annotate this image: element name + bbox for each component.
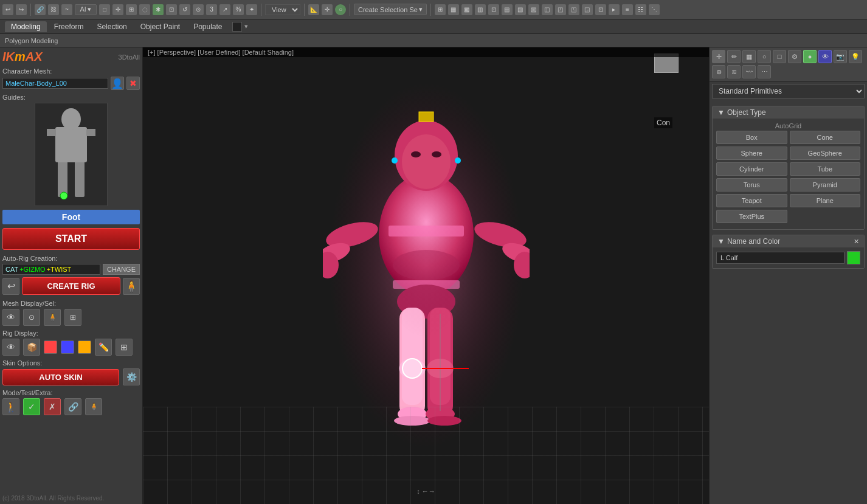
- scale-icon[interactable]: ⊙: [193, 4, 204, 15]
- skin-settings-icon[interactable]: ⚙️: [123, 368, 140, 385]
- prim-geosphere-btn[interactable]: GeoSphere: [790, 147, 861, 160]
- link-icon[interactable]: 🔗: [35, 4, 46, 15]
- tab-modeling[interactable]: Modeling: [5, 21, 47, 32]
- tab-freeform[interactable]: Freeform: [48, 21, 90, 32]
- rp-cursor-icon[interactable]: ✏: [727, 50, 741, 63]
- tb-icon-14[interactable]: ▸: [609, 4, 620, 15]
- tb-icon-9[interactable]: ◫: [542, 4, 553, 15]
- prim-box-btn[interactable]: Box: [716, 131, 787, 144]
- sel-filter[interactable]: □: [99, 4, 110, 15]
- prim-cone-btn[interactable]: Cone: [790, 131, 861, 144]
- num3-icon[interactable]: 3: [206, 4, 217, 15]
- ai-dropdown[interactable]: Al ▾: [75, 4, 97, 15]
- rp-helper-icon[interactable]: ⊕: [712, 65, 725, 78]
- rp-cam-icon[interactable]: 📷: [834, 50, 847, 63]
- tb-icon-10[interactable]: ◰: [555, 4, 566, 15]
- prim-textplus-btn[interactable]: TextPlus: [716, 210, 787, 223]
- char-mesh-add-btn[interactable]: 👤: [111, 77, 124, 90]
- prim-sphere-btn[interactable]: Sphere: [716, 147, 787, 160]
- change-button[interactable]: CHANGE: [103, 264, 140, 275]
- name-color-close-btn[interactable]: ✕: [854, 238, 859, 246]
- color-swatch[interactable]: [847, 251, 860, 264]
- create-selection-btn[interactable]: Create Selection Se ▾: [354, 4, 427, 15]
- bind-icon[interactable]: ~: [61, 4, 72, 15]
- view-dropdown[interactable]: View: [265, 4, 300, 15]
- snap-icon[interactable]: 📐: [308, 4, 319, 15]
- tb-icon-6[interactable]: ▤: [502, 4, 513, 15]
- rig-undo-btn[interactable]: ↩: [2, 278, 19, 295]
- active-icon[interactable]: ○: [335, 4, 346, 15]
- object-type-header[interactable]: ▼ Object Type: [713, 106, 864, 119]
- rp-grid-icon[interactable]: ▦: [742, 50, 756, 63]
- mesh-person-icon[interactable]: 🧍: [44, 309, 61, 326]
- move-icon[interactable]: ✛: [112, 4, 123, 15]
- start-button[interactable]: START: [2, 228, 140, 250]
- rp-add-icon[interactable]: ✛: [712, 50, 725, 63]
- tab-selection[interactable]: Selection: [91, 21, 133, 32]
- rp-circle-active-icon[interactable]: ●: [803, 50, 817, 63]
- mode-check-icon[interactable]: ✓: [23, 398, 40, 415]
- tb-icon-1[interactable]: ⊞: [435, 4, 446, 15]
- rp-dots-icon[interactable]: ⋯: [758, 65, 771, 78]
- rp-eye-icon[interactable]: 👁: [818, 50, 832, 63]
- rig-eye-icon[interactable]: 👁: [2, 339, 19, 356]
- rig-color-yellow[interactable]: [78, 340, 91, 354]
- prim-teapot-btn[interactable]: Teapot: [716, 194, 787, 207]
- name-color-header[interactable]: ▼ Name and Color ✕: [713, 235, 864, 247]
- rp-space-icon[interactable]: ≋: [727, 65, 741, 78]
- prim-tube-btn[interactable]: Tube: [790, 162, 861, 176]
- mesh-select-icon[interactable]: ⊙: [23, 309, 40, 326]
- create-rig-button[interactable]: CREATE RIG: [22, 277, 120, 295]
- char-mesh-remove-btn[interactable]: ✖: [126, 77, 140, 90]
- tb-icon-13[interactable]: ⊡: [595, 4, 606, 15]
- rig-paint-icon[interactable]: ✏️: [95, 339, 112, 356]
- tb-icon-2[interactable]: ▦: [448, 4, 459, 15]
- lasso-icon[interactable]: ◌: [139, 4, 150, 15]
- rig-color-blue[interactable]: [61, 340, 74, 354]
- rig-figure-btn[interactable]: 🧍: [123, 278, 140, 295]
- tb-icon-11[interactable]: ◳: [568, 4, 579, 15]
- tab-populate[interactable]: Populate: [187, 21, 228, 32]
- rig-color-red[interactable]: [44, 340, 57, 354]
- mode-link-icon[interactable]: 🔗: [64, 398, 81, 415]
- rp-wave-icon[interactable]: 〰: [742, 65, 756, 78]
- rig-multi2-icon[interactable]: ⊞: [116, 339, 133, 356]
- mesh-multi-icon[interactable]: ⊞: [64, 309, 81, 326]
- tb-icon-17[interactable]: ⋱: [649, 4, 660, 15]
- tb-icon-15[interactable]: ≡: [622, 4, 633, 15]
- paint-select[interactable]: ✱: [153, 4, 164, 15]
- rp-sphere-icon[interactable]: ○: [758, 50, 771, 63]
- tb-icon-5[interactable]: ⊡: [488, 4, 499, 15]
- prim-cylinder-btn[interactable]: Cylinder: [716, 162, 787, 176]
- tb-icon-16[interactable]: ☷: [635, 4, 646, 15]
- auto-skin-button[interactable]: AUTO SKIN: [2, 369, 119, 385]
- rig-box-icon[interactable]: 📦: [23, 339, 40, 356]
- prim-plane-btn[interactable]: Plane: [790, 194, 861, 207]
- percent-icon[interactable]: %: [233, 4, 244, 15]
- rotate-icon[interactable]: ↺: [179, 4, 190, 15]
- mirror-icon[interactable]: ⊡: [166, 4, 177, 15]
- plus-icon[interactable]: ✛: [322, 4, 333, 15]
- tb-icon-12[interactable]: ◲: [582, 4, 593, 15]
- mode-x-icon[interactable]: ✗: [44, 398, 61, 415]
- rp-box-icon[interactable]: □: [773, 50, 786, 63]
- mesh-eye-icon[interactable]: 👁: [2, 309, 19, 326]
- tb-icon-8[interactable]: ▨: [528, 4, 539, 15]
- rp-light-icon[interactable]: 💡: [849, 50, 862, 63]
- name-input[interactable]: [716, 252, 845, 264]
- tb-icon-7[interactable]: ▧: [515, 4, 526, 15]
- unlink-icon[interactable]: ⛓: [48, 4, 59, 15]
- tb-icon-4[interactable]: ▥: [475, 4, 486, 15]
- std-primitives-dropdown[interactable]: Standard Primitives: [712, 84, 865, 98]
- undo-icon[interactable]: ↩: [2, 4, 13, 15]
- mode-person2-icon[interactable]: 🧍: [85, 398, 102, 415]
- tab-object-paint[interactable]: Object Paint: [134, 21, 186, 32]
- arrow-icon[interactable]: ↗: [219, 4, 230, 15]
- prim-torus-btn[interactable]: Torus: [716, 178, 787, 192]
- prim-pyramid-btn[interactable]: Pyramid: [790, 178, 861, 192]
- redo-icon[interactable]: ↪: [16, 4, 27, 15]
- tb-icon-3[interactable]: ▩: [461, 4, 472, 15]
- viewport[interactable]: [+] [Perspective] [User Defined] [Defaul…: [143, 47, 709, 504]
- char-mesh-input[interactable]: [2, 78, 108, 89]
- mode-person-icon[interactable]: 🚶: [2, 398, 19, 415]
